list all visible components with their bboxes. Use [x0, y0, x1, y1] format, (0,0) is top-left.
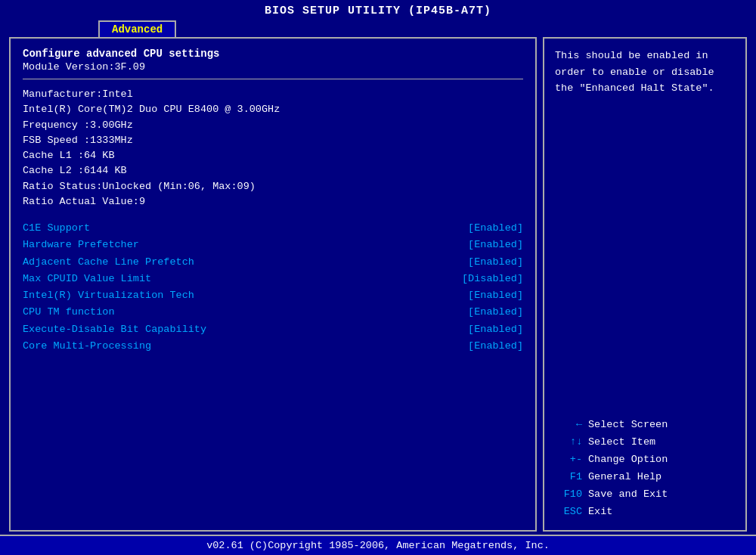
setting-name: Adjacent Cache Line Prefetch [23, 254, 194, 271]
key-description: General Help [588, 469, 662, 486]
key-help-row: ←Select Screen [555, 417, 735, 434]
settings-section: C1E Support[Enabled]Hardware Prefetcher[… [23, 220, 523, 355]
key-description: Exit [588, 504, 612, 521]
key-description: Change Option [588, 451, 668, 469]
setting-value: [Enabled] [468, 220, 523, 237]
help-text: This should be enabled in order to enabl… [555, 48, 735, 97]
setting-row[interactable]: Hardware Prefetcher[Enabled] [23, 237, 523, 253]
key-label: F10 [555, 486, 582, 504]
setting-value: [Disabled] [462, 271, 523, 287]
setting-value: [Enabled] [468, 254, 523, 271]
cpu-info-section: Manufacturer:Intel Intel(R) Core(TM)2 Du… [23, 87, 523, 209]
setting-value: [Enabled] [468, 287, 523, 304]
status-text: v02.61 (C)Copyright 1985-2006, American … [206, 540, 550, 551]
setting-row[interactable]: Core Multi-Processing[Enabled] [23, 338, 523, 355]
key-help-row: +-Change Option [555, 451, 735, 469]
setting-name: Execute-Disable Bit Capability [23, 321, 206, 338]
setting-row[interactable]: C1E Support[Enabled] [23, 220, 523, 237]
info-line-0: Manufacturer:Intel [23, 87, 523, 102]
key-label: ESC [555, 504, 582, 521]
info-line-3: FSB Speed :1333MHz [23, 133, 523, 148]
key-help-row: ESCExit [555, 504, 735, 521]
setting-row[interactable]: Adjacent Cache Line Prefetch[Enabled] [23, 254, 523, 271]
right-panel: This should be enabled in order to enabl… [543, 37, 747, 532]
info-line-7: Ratio Actual Value:9 [23, 194, 523, 209]
key-help: ←Select Screen↑↓Select Item+-Change Opti… [555, 417, 735, 521]
info-line-5: Cache L2 :6144 KB [23, 163, 523, 178]
key-label: ↑↓ [555, 434, 582, 451]
setting-value: [Enabled] [468, 304, 523, 321]
key-label: +- [555, 451, 582, 469]
setting-name: CPU TM function [23, 304, 115, 321]
setting-value: [Enabled] [468, 338, 523, 355]
setting-name: Hardware Prefetcher [23, 237, 139, 253]
key-help-row: F1General Help [555, 469, 735, 486]
setting-value: [Enabled] [468, 321, 523, 338]
title-bar: BIOS SETUP UTILITY (IP45B-A7T) [0, 0, 756, 20]
key-description: Select Screen [588, 417, 668, 434]
setting-row[interactable]: Intel(R) Virtualization Tech[Enabled] [23, 287, 523, 304]
setting-value: [Enabled] [468, 237, 523, 253]
module-version: Module Version:3F.09 [23, 61, 523, 73]
key-help-row: ↑↓Select Item [555, 434, 735, 451]
setting-row[interactable]: Execute-Disable Bit Capability[Enabled] [23, 321, 523, 338]
tab-bar: Advanced [0, 20, 756, 37]
panel-heading: Configure advanced CPU settings [23, 48, 523, 60]
key-label: F1 [555, 469, 582, 486]
setting-row[interactable]: Max CPUID Value Limit[Disabled] [23, 271, 523, 287]
info-line-6: Ratio Status:Unlocked (Min:06, Max:09) [23, 179, 523, 194]
setting-name: Core Multi-Processing [23, 338, 151, 355]
setting-name: Max CPUID Value Limit [23, 271, 151, 287]
bios-screen: BIOS SETUP UTILITY (IP45B-A7T) Advanced … [0, 0, 756, 555]
key-description: Select Item [588, 434, 655, 451]
key-label: ← [555, 417, 582, 434]
setting-name: C1E Support [23, 220, 90, 237]
info-line-2: Frequency :3.00GHz [23, 118, 523, 133]
main-content: Configure advanced CPU settings Module V… [0, 37, 756, 532]
setting-name: Intel(R) Virtualization Tech [23, 287, 194, 304]
bios-title: BIOS SETUP UTILITY (IP45B-A7T) [265, 5, 491, 17]
key-description: Save and Exit [588, 486, 668, 504]
setting-row[interactable]: CPU TM function[Enabled] [23, 304, 523, 321]
info-line-1: Intel(R) Core(TM)2 Duo CPU E8400 @ 3.00G… [23, 102, 523, 117]
divider [23, 79, 523, 79]
info-line-4: Cache L1 :64 KB [23, 148, 523, 163]
status-bar: v02.61 (C)Copyright 1985-2006, American … [0, 535, 756, 555]
left-panel: Configure advanced CPU settings Module V… [9, 37, 537, 532]
key-help-row: F10Save and Exit [555, 486, 735, 504]
tab-advanced[interactable]: Advanced [98, 20, 176, 37]
